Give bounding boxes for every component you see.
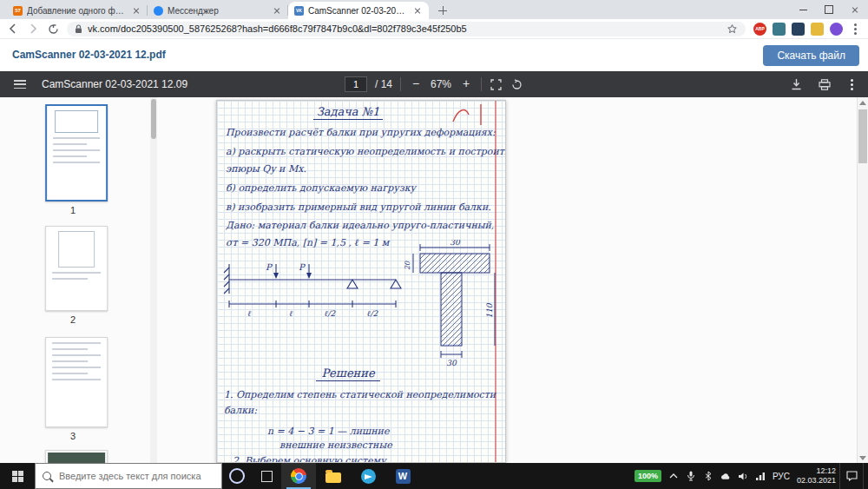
- window-minimize-button[interactable]: [790, 0, 816, 19]
- search-input[interactable]: [57, 470, 214, 482]
- network-icon[interactable]: [755, 471, 766, 481]
- windows-logo-icon: [12, 471, 23, 482]
- lock-icon: [75, 24, 82, 34]
- download-file-button[interactable]: Скачать файл: [763, 45, 859, 66]
- taskbar-clock[interactable]: 12:12 02.03.2021: [797, 466, 836, 486]
- bookmark-star-icon[interactable]: [727, 23, 738, 35]
- svg-text:P: P: [266, 262, 273, 272]
- word-icon: [396, 469, 411, 484]
- hand-line: эпюры Qy и Mx.: [226, 163, 306, 175]
- window-controls: [790, 0, 868, 19]
- back-icon[interactable]: [7, 23, 19, 35]
- window-close-button[interactable]: [842, 0, 868, 19]
- browser-address-bar: vk.com/doc205390500_587625268?hash=d666f…: [0, 19, 868, 39]
- taskbar-word[interactable]: [385, 463, 420, 489]
- tab1-close-icon[interactable]: [131, 5, 141, 16]
- pdf-toolbar: CamScanner 02-03-2021 12.09 1 / 14 − 67%…: [0, 71, 868, 97]
- hand-line: а) раскрыть статическую неопределимость …: [226, 146, 506, 157]
- hand-line: 2. Выберем основную систему: [233, 455, 386, 463]
- pdf-page-controls: 1 / 14 − 67% +: [345, 71, 523, 97]
- url-field[interactable]: vk.com/doc205390500_587625268?hash=d666f…: [67, 22, 746, 36]
- tab-camscanner-pdf[interactable]: VK CamScanner 02-03-2021 12.pdf: [288, 2, 429, 19]
- fit-page-icon[interactable]: [490, 78, 503, 91]
- extension-icon[interactable]: [792, 23, 805, 36]
- download-icon[interactable]: [790, 78, 803, 91]
- scroll-up-icon[interactable]: [858, 97, 868, 108]
- start-button[interactable]: [0, 463, 35, 489]
- folder-icon: [326, 472, 341, 483]
- svg-text:30: 30: [450, 240, 461, 247]
- extension-icon[interactable]: [773, 23, 786, 36]
- thumbnail-page-2[interactable]: [45, 226, 108, 311]
- thumbnail-number: 3: [0, 431, 146, 441]
- battery-percent-badge[interactable]: 100%: [635, 470, 661, 482]
- tab3-label: CamScanner 02-03-2021 12.pdf: [308, 6, 408, 16]
- svg-text:ℓ: ℓ: [289, 309, 293, 318]
- sidebar-scrollbar[interactable]: [150, 97, 157, 463]
- zoom-level: 67%: [431, 78, 451, 90]
- cortana-button[interactable]: [222, 463, 252, 489]
- cortana-icon: [229, 468, 245, 484]
- browser-menu-icon[interactable]: [849, 23, 861, 35]
- tab2-close-icon[interactable]: [272, 5, 282, 16]
- pdf-content-area: 1 2 3 Задача №1 Произвести расчёт балки …: [0, 97, 868, 463]
- svg-text:ℓ/2: ℓ/2: [325, 309, 337, 318]
- rotate-icon[interactable]: [510, 78, 523, 91]
- language-indicator[interactable]: РУС: [773, 472, 790, 481]
- scrollbar-thumb[interactable]: [858, 109, 867, 163]
- hand-line: балки:: [224, 405, 257, 416]
- screen: 57 Добавление одного файла » С… Мессендж…: [0, 0, 868, 489]
- doc-title: Задача №1: [217, 105, 479, 118]
- menu-hamburger-icon[interactable]: [14, 80, 26, 89]
- thumbnail-page-1[interactable]: [45, 104, 108, 202]
- adblock-icon[interactable]: ABP: [753, 23, 766, 36]
- tab-messenger[interactable]: Мессенджер: [148, 2, 288, 19]
- scroll-down-icon[interactable]: [858, 453, 868, 463]
- volume-icon[interactable]: [738, 471, 748, 481]
- pdf-more-icon[interactable]: [845, 78, 858, 90]
- pdf-page: Задача №1 Произвести расчёт балки при уп…: [216, 100, 506, 463]
- show-desktop-button[interactable]: [863, 463, 868, 489]
- window-maximize-button[interactable]: [816, 0, 842, 19]
- zoom-out-button[interactable]: −: [409, 77, 423, 91]
- task-view-button[interactable]: [252, 463, 281, 489]
- extension-icon[interactable]: [811, 23, 824, 36]
- solution-heading: Решение: [217, 367, 479, 380]
- tab2-favicon: [154, 6, 163, 16]
- tab3-close-icon[interactable]: [412, 5, 423, 16]
- svg-text:ℓ: ℓ: [247, 309, 251, 318]
- profile-avatar[interactable]: [830, 23, 843, 36]
- thumbnail-number: 2: [0, 314, 146, 325]
- browser-tab-strip: 57 Добавление одного файла » С… Мессендж…: [0, 0, 868, 19]
- taskbar-telegram[interactable]: [351, 463, 385, 489]
- print-icon[interactable]: [818, 78, 831, 91]
- hand-line: σт = 320 МПа, [n] = 1,5 , ℓ = 1 м: [226, 237, 389, 248]
- bluetooth-icon[interactable]: [703, 471, 713, 481]
- reload-icon[interactable]: [47, 23, 59, 35]
- doc-title-link[interactable]: CamScanner 02-03-2021 12.pdf: [12, 49, 166, 61]
- microphone-icon[interactable]: [686, 471, 696, 481]
- page-total: / 14: [375, 78, 392, 90]
- svg-text:110: 110: [485, 302, 494, 318]
- forward-icon[interactable]: [27, 23, 39, 35]
- page-scrollbar[interactable]: [857, 97, 868, 463]
- hand-line: Произвести расчёт балки при упругих дефо…: [226, 127, 496, 138]
- tab-upload-file[interactable]: 57 Добавление одного файла » С…: [7, 2, 148, 19]
- system-tray: 100% РУС 12:12 02.03.2021: [631, 463, 839, 489]
- new-tab-button[interactable]: [434, 2, 451, 19]
- zoom-in-button[interactable]: +: [459, 77, 473, 91]
- action-center-button[interactable]: [839, 463, 863, 489]
- hand-line: б) определить допускаемую нагрузку: [226, 182, 416, 194]
- taskbar-chrome[interactable]: [281, 463, 316, 489]
- svg-text:P: P: [299, 262, 306, 272]
- pdf-title: CamScanner 02-03-2021 12.09: [42, 78, 187, 90]
- hidden-icons-chevron[interactable]: [668, 471, 679, 481]
- taskbar-explorer[interactable]: [316, 463, 351, 489]
- thumbnail-page-4[interactable]: [45, 450, 108, 463]
- thumbnail-page-3[interactable]: [45, 337, 108, 427]
- tab3-favicon: VK: [294, 6, 304, 16]
- onedrive-cloud-icon[interactable]: [720, 471, 731, 481]
- page-number-input[interactable]: 1: [345, 76, 367, 92]
- taskbar-search[interactable]: [35, 463, 222, 489]
- url-text: vk.com/doc205390500_587625268?hash=d666f…: [88, 23, 721, 34]
